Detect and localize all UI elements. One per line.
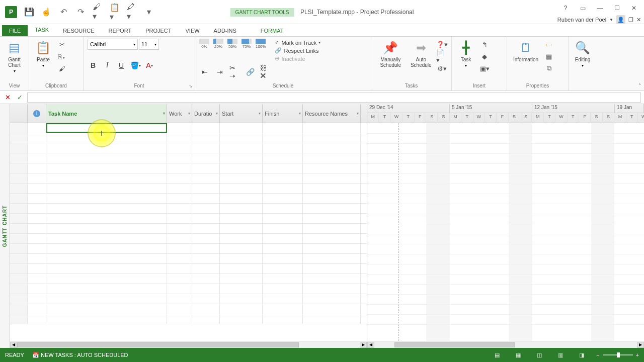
gantt-hscroll[interactable]: ◀ ▶ [367, 341, 644, 348]
bold-button[interactable]: B [88, 60, 99, 71]
indent-button[interactable]: ⇥ [214, 66, 225, 77]
move-icon[interactable]: 📄▾ [436, 51, 447, 62]
link-tasks-button[interactable]: 🔗 [245, 66, 256, 77]
table-row[interactable] [10, 184, 367, 194]
pct-50-button[interactable]: 50% [227, 39, 237, 49]
grid-hscroll[interactable]: ◀ ▶ [10, 341, 367, 348]
timeline-icon[interactable]: ⧉ [543, 63, 554, 74]
active-cell-editor[interactable] [46, 123, 167, 133]
tab-task[interactable]: TASK [28, 24, 56, 36]
tab-addins[interactable]: ADD-INS [207, 25, 244, 36]
pct-75-button[interactable]: 75% [242, 39, 252, 49]
auto-schedule-button[interactable]: ➡ Auto Schedule [409, 39, 433, 69]
italic-button[interactable]: I [102, 60, 113, 71]
ribbon-min-icon[interactable]: ▭ [576, 3, 590, 13]
zoom-out-icon[interactable]: − [596, 352, 599, 358]
pct-0-button[interactable]: 0% [199, 39, 209, 49]
save-icon[interactable]: 💾 [24, 7, 34, 17]
tab-report[interactable]: REPORT [102, 25, 139, 36]
font-color-button[interactable]: A▾ [144, 60, 155, 71]
paste-button[interactable]: 📋 Paste ▾ [33, 39, 53, 69]
table-row[interactable] [10, 224, 367, 234]
notes-icon[interactable]: ▭ [543, 39, 554, 50]
outdent-button[interactable]: ⇤ [199, 66, 210, 77]
maximize-icon[interactable]: ☐ [610, 3, 624, 13]
manual-schedule-button[interactable]: 📌 Manually Schedule [375, 39, 406, 69]
deliverable-icon[interactable]: ▣▾ [479, 63, 490, 74]
tab-format[interactable]: FORMAT [254, 25, 291, 36]
col-header-Finish[interactable]: Finish▾ [263, 104, 303, 123]
respect-links-button[interactable]: 🔗 Respect Links [275, 47, 320, 54]
table-row[interactable] [10, 274, 367, 284]
summary-icon[interactable]: ↰ [479, 39, 490, 50]
editing-button[interactable]: 🔍 Editing ▾ [573, 39, 593, 69]
format-painter-icon[interactable]: 🖌▾ [93, 7, 103, 17]
underline-button[interactable]: U [116, 60, 127, 71]
cancel-entry-icon[interactable]: ✕ [3, 94, 12, 101]
col-header-Start[interactable]: Start▾ [220, 104, 263, 123]
font-dialog-icon[interactable]: ↘ [189, 83, 193, 88]
table-row[interactable] [10, 143, 367, 153]
copy-icon[interactable]: ⎘▾ [56, 51, 67, 62]
table-row[interactable] [10, 163, 367, 173]
table-row[interactable] [10, 194, 367, 204]
table-row[interactable] [10, 214, 367, 224]
col-header-1[interactable]: i [28, 104, 46, 123]
gantt-chart-button[interactable]: ▤ Gantt Chart ▾ [4, 39, 25, 74]
insert-task-button[interactable]: ╋ Task ▾ [456, 39, 476, 69]
milestone-icon[interactable]: ◆ [479, 51, 490, 62]
table-row[interactable] [10, 204, 367, 214]
table-row[interactable] [10, 173, 367, 184]
close-icon[interactable]: ✕ [627, 3, 641, 13]
view-gantt-icon[interactable]: ▤ [491, 350, 504, 360]
table-row[interactable] [10, 314, 367, 324]
split-task-button[interactable]: ✂➝ [229, 66, 240, 77]
highlight-icon[interactable]: 🖍▾ [127, 7, 137, 17]
fill-color-button[interactable]: 🪣▾ [130, 60, 141, 71]
col-header-0[interactable] [10, 104, 28, 123]
scroll-right-icon[interactable]: ▶ [637, 342, 644, 348]
unlink-tasks-button[interactable]: ⛓✕ [260, 66, 271, 77]
qat-customize-icon[interactable]: ▾ [144, 7, 154, 17]
view-resource-sheet-icon[interactable]: ▥ [554, 350, 567, 360]
inactivate-button[interactable]: ⊖ Inactivate [275, 55, 320, 62]
avatar-icon[interactable]: 👤 [616, 15, 625, 24]
mode-icon[interactable]: ⚙▾ [436, 63, 447, 74]
user-name[interactable]: Ruben van der Poel [557, 17, 606, 23]
zoom-slider[interactable]: − + [596, 352, 639, 358]
close-sub-icon[interactable]: ✕ [636, 17, 641, 23]
tab-resource[interactable]: RESOURCE [56, 25, 101, 36]
col-header-Work[interactable]: Work▾ [167, 104, 192, 123]
table-row[interactable] [10, 284, 367, 294]
inspect-icon[interactable]: ❓▾ [436, 39, 447, 50]
entry-input[interactable] [27, 93, 641, 103]
scroll-left-icon[interactable]: ◀ [10, 342, 17, 348]
format-painter-icon-small[interactable]: 🖌 [56, 63, 67, 74]
scroll-left-icon[interactable]: ◀ [367, 342, 374, 348]
table-row[interactable] [10, 254, 367, 264]
col-header-Duratio[interactable]: Duratio▾ [192, 104, 220, 123]
status-mode[interactable]: 📅 NEW TASKS : AUTO SCHEDULED [32, 352, 128, 358]
table-row[interactable] [10, 153, 367, 163]
paste-opts-icon[interactable]: 📋▾ [110, 7, 120, 17]
minimize-icon[interactable]: — [593, 3, 607, 13]
table-row[interactable] [10, 133, 367, 143]
collapse-ribbon-icon[interactable]: ˄ [638, 83, 641, 88]
table-row[interactable] [10, 234, 367, 244]
table-row[interactable] [10, 264, 367, 274]
font-name-select[interactable]: Calibri▾ [88, 39, 138, 50]
view-team-planner-icon[interactable]: ◫ [533, 350, 546, 360]
table-row[interactable] [10, 294, 367, 304]
view-task-usage-icon[interactable]: ▦ [512, 350, 525, 360]
col-header-Resource Names[interactable]: Resource Names▾ [303, 104, 361, 123]
tab-file[interactable]: FILE [2, 25, 28, 36]
touch-mode-icon[interactable]: ☝ [41, 7, 51, 17]
restore-sub-icon[interactable]: ❐ [628, 17, 633, 23]
details-icon[interactable]: ▤ [543, 51, 554, 62]
table-row[interactable] [10, 244, 367, 254]
help-icon[interactable]: ? [558, 3, 573, 13]
pct-100-button[interactable]: 100% [256, 39, 266, 49]
information-button[interactable]: 🗒 Information [511, 39, 540, 63]
tab-project[interactable]: PROJECT [138, 25, 178, 36]
mark-on-track-button[interactable]: ✓ Mark on Track ▾ [275, 39, 320, 46]
